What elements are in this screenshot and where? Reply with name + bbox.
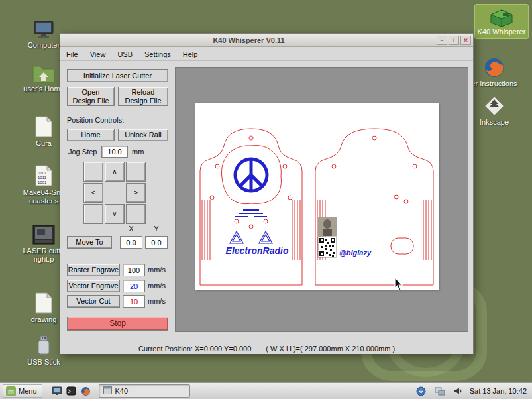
vector-cut-speed-unit: mm/s [148,297,166,305]
move-to-button[interactable]: Move To [67,236,112,249]
jog-step-unit-label: mm [132,148,144,156]
initialize-laser-button[interactable]: Initialize Laser Cutter [67,69,168,82]
desktop-icon-instructions[interactable]: er Instructions [469,57,519,88]
svg-text:0101: 0101 [38,171,47,175]
jog-step-label: Jog Step [68,148,97,156]
firefox-icon [469,57,519,78]
inkscape-icon [469,95,519,117]
close-button[interactable]: ✕ [460,36,471,45]
status-bar: Current Position: X=0.000 Y=0.000 ( W X … [60,343,473,354]
move-y-input[interactable]: 0.0 [145,236,168,249]
desktop: Computer user's Home Cura 010110111001 M… [0,0,532,399]
desktop-icon-label: Inkscape [469,118,519,127]
home-button[interactable]: Home [67,129,115,141]
unlock-rail-button[interactable]: Unlock Rail [118,129,168,141]
design-page: ElectronRadio [195,103,439,290]
k40-whisperer-icon [476,7,527,28]
desktop-icon-label: K40 Whisperer [476,28,527,36]
vector-engrave-speed-input[interactable]: 20 [123,280,145,292]
clock[interactable]: Sat 13 Jan, 10:42 [470,387,527,395]
title-bar[interactable]: K40 Whisperer V0.11 − + ✕ [60,34,473,47]
window-title: K40 Whisperer V0.11 [62,36,435,44]
position-controls-label: Position Controls: [67,116,124,124]
system-tray: Sat 13 Jan, 10:42 [414,385,529,397]
desktop-icon-label: er Instructions [469,80,519,88]
taskbar-window-button-k40[interactable]: K40 [99,384,190,398]
design-qr-code [318,237,337,257]
menu-help[interactable]: Help [177,49,204,60]
jog-step-input[interactable]: 10.0 [101,146,128,158]
jog-upper-right-button[interactable] [126,162,146,182]
move-x-input[interactable]: 0.0 [120,236,142,249]
browser-icon[interactable] [80,385,92,397]
menu-settings[interactable]: Settings [138,49,177,60]
vector-engrave-speed-unit: mm/s [148,282,166,290]
vector-cut-speed-input[interactable]: 10 [123,295,145,308]
menu-bar: File View USB Settings Help [60,48,473,61]
menu-button[interactable]: m Menu [3,384,42,398]
raster-speed-unit: mm/s [148,266,166,274]
jog-lower-right-button[interactable] [126,204,146,224]
desktop-icon-inkscape[interactable]: Inkscape [469,95,519,127]
svg-text:1011: 1011 [38,176,47,180]
update-manager-icon[interactable] [415,385,427,397]
laser-design-drawing: ElectronRadio [195,103,439,290]
network-icon[interactable] [434,385,446,397]
taskbar-separator [46,385,46,397]
menu-file[interactable]: File [60,49,84,60]
y-axis-label: Y [145,225,168,233]
menu-button-label: Menu [19,387,37,395]
vector-cut-button[interactable]: Vector Cut [67,295,120,308]
jog-upper-left-button[interactable] [83,162,103,182]
k40-whisperer-window: K40 Whisperer V0.11 − + ✕ File View USB … [60,33,474,354]
svg-text:1001: 1001 [38,180,47,184]
jog-lower-left-button[interactable] [83,204,103,224]
design-canvas[interactable]: ElectronRadio [175,67,468,332]
desktop-icon-label: USB Stick [19,358,69,367]
open-design-button[interactable]: Open Design File [67,87,115,106]
mint-logo-icon: m [6,386,16,396]
desktop-icon-k40-whisperer[interactable]: K40 Whisperer [474,4,529,39]
reload-design-button[interactable]: Reload Design File [118,87,168,106]
current-position-text: Current Position: X=0.000 Y=0.000 [138,345,251,353]
taskbar: m Menu K40 Sat [0,382,532,399]
maximize-button[interactable]: + [449,36,459,45]
menu-view[interactable]: View [84,49,112,60]
show-desktop-icon[interactable] [51,385,63,397]
raster-speed-input[interactable]: 100 [123,264,145,276]
design-dimensions-text: ( W X H )=( 297.000mm X 210.000mm ) [266,345,395,353]
jog-up-button[interactable]: ∧ [105,162,125,182]
jog-left-button[interactable]: < [83,183,103,203]
stop-button[interactable]: Stop [67,317,168,331]
raster-engrave-button[interactable]: Raster Engrave [67,264,120,276]
window-icon [103,386,112,396]
design-brand-text: ElectronRadio [226,245,289,256]
design-handle-text: @biglazy [339,249,372,256]
x-axis-label: X [120,225,142,233]
volume-icon[interactable] [452,385,464,397]
menu-usb[interactable]: USB [111,49,138,60]
vector-engrave-button[interactable]: Vector Engrave [67,280,120,292]
terminal-icon[interactable] [66,385,78,397]
jog-down-button[interactable]: ∨ [105,204,125,224]
taskbar-window-label: K40 [115,387,129,395]
minimize-button[interactable]: − [437,36,447,45]
jog-right-button[interactable]: > [126,183,146,203]
